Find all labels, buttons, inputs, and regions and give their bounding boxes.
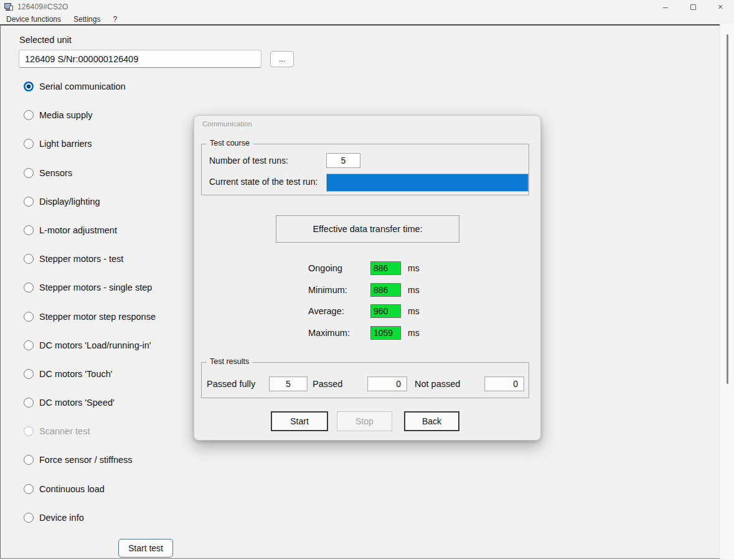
- radio-icon: [24, 254, 34, 264]
- test-radio-item[interactable]: Serial communication: [24, 80, 156, 93]
- unit-label: ms: [408, 285, 420, 295]
- radio-icon: [24, 197, 34, 207]
- selected-unit-field[interactable]: 126409 S/Nr:000000126409: [19, 50, 261, 68]
- transfer-time-header: Effective data transfer time:: [276, 215, 459, 243]
- test-radio-item[interactable]: Scanner test: [24, 424, 156, 438]
- unit-label: ms: [408, 328, 420, 338]
- test-radio-item[interactable]: Display/lighting: [24, 195, 156, 208]
- test-course-group: Test course Number of test runs: 5 Curre…: [201, 144, 529, 195]
- vertical-scrollbar[interactable]: [720, 24, 734, 559]
- scrollbar-thumb[interactable]: [727, 34, 728, 384]
- radio-icon: [24, 225, 34, 235]
- transfer-time-row: Ongoing 886 ms: [308, 261, 420, 275]
- transfer-value-box: 960: [370, 304, 401, 318]
- test-radio-item[interactable]: Sensors: [24, 166, 156, 180]
- test-run-progressbar: [326, 174, 529, 192]
- dialog-button[interactable]: Back: [404, 411, 459, 431]
- selected-unit-label: Selected unit: [19, 35, 72, 45]
- test-radio-item[interactable]: L-motor adjustment: [24, 223, 156, 237]
- runs-label: Number of test runs:: [209, 156, 288, 166]
- close-button[interactable]: ×: [707, 0, 734, 14]
- menu-item[interactable]: ?: [106, 14, 123, 24]
- close-icon: ×: [718, 2, 723, 12]
- transfer-time-row: Minimum: 886 ms: [308, 283, 420, 297]
- title-bar: 126409#CS2O – ×: [0, 0, 734, 14]
- dialog-button[interactable]: Stop: [337, 411, 392, 431]
- test-radio-item[interactable]: DC motors 'Load/running-in': [24, 338, 156, 352]
- test-radio-item[interactable]: Light barriers: [24, 137, 156, 151]
- transfer-value-box: 886: [370, 283, 401, 297]
- radio-icon: [24, 312, 34, 322]
- radio-icon: [24, 340, 34, 350]
- state-label: Current state of the test run:: [209, 177, 318, 187]
- transfer-time-row: Maximum: 1059 ms: [308, 326, 420, 340]
- window-title: 126409#CS2O: [17, 2, 68, 11]
- radio-icon: [24, 139, 34, 149]
- browse-button[interactable]: ...: [270, 51, 294, 67]
- test-radio-item[interactable]: DC motors 'Speed': [24, 396, 156, 409]
- test-radio-item[interactable]: Stepper motors - single step: [24, 281, 156, 294]
- test-radio-item[interactable]: Device info: [24, 511, 156, 525]
- test-radio-item[interactable]: Media supply: [24, 108, 156, 122]
- communication-dialog: Communication Test course Number of test…: [194, 115, 541, 441]
- result-item: Not passed 0: [415, 376, 524, 391]
- test-course-legend: Test course: [207, 139, 253, 147]
- radio-icon: [24, 455, 34, 465]
- test-radio-item[interactable]: Stepper motors - test: [24, 252, 156, 266]
- result-value-field[interactable]: 0: [367, 376, 407, 391]
- menu-item[interactable]: Settings: [67, 14, 106, 24]
- result-value-field[interactable]: 5: [269, 376, 308, 391]
- progressbar-fill: [327, 174, 528, 191]
- radio-icon: [24, 484, 34, 494]
- radio-icon: [24, 513, 34, 523]
- radio-icon: [24, 82, 34, 91]
- test-radio-item[interactable]: DC motors 'Touch': [24, 367, 156, 381]
- test-results-group: Test results Passed fully 5 Passed 0 Not…: [201, 362, 529, 398]
- result-item: Passed 0: [313, 376, 407, 391]
- result-value-field[interactable]: 0: [484, 376, 524, 391]
- window-controls: – ×: [652, 0, 734, 14]
- restore-icon: [690, 4, 696, 10]
- minimize-button[interactable]: –: [652, 0, 679, 14]
- test-radio-item[interactable]: Continuous load: [24, 482, 156, 496]
- transfer-time-row: Average: 960 ms: [308, 304, 420, 318]
- radio-icon: [24, 398, 34, 408]
- test-radio-item[interactable]: Force sensor / stiffness: [24, 453, 156, 467]
- runs-field[interactable]: 5: [326, 153, 360, 168]
- test-selection-list: Serial communication Media supply Light …: [24, 80, 156, 539]
- unit-label: ms: [408, 263, 420, 273]
- result-item: Passed fully 5: [207, 376, 308, 391]
- restore-button[interactable]: [679, 0, 707, 14]
- dialog-button[interactable]: Start: [271, 411, 328, 431]
- radio-icon: [24, 426, 34, 436]
- radio-icon: [24, 110, 34, 120]
- radio-icon: [24, 282, 34, 292]
- dialog-title: Communication: [202, 120, 252, 128]
- app-window: 126409#CS2O – × Device functions Setting…: [0, 0, 734, 560]
- transfer-value-box: 886: [370, 261, 401, 275]
- app-icon: [4, 3, 14, 12]
- radio-icon: [24, 168, 34, 178]
- minimize-icon: –: [663, 2, 668, 12]
- test-results-legend: Test results: [207, 357, 252, 366]
- test-radio-item[interactable]: Stepper motor step response: [24, 310, 156, 324]
- menu-bar: Device functions Settings ?: [0, 14, 734, 24]
- unit-label: ms: [408, 306, 420, 316]
- transfer-value-box: 1059: [370, 326, 401, 340]
- transfer-time-rows: Ongoing 886 ms Minimum: 886 ms Average: …: [308, 261, 420, 347]
- start-test-button[interactable]: Start test: [118, 539, 173, 558]
- radio-icon: [24, 369, 34, 379]
- menu-item[interactable]: Device functions: [0, 14, 67, 24]
